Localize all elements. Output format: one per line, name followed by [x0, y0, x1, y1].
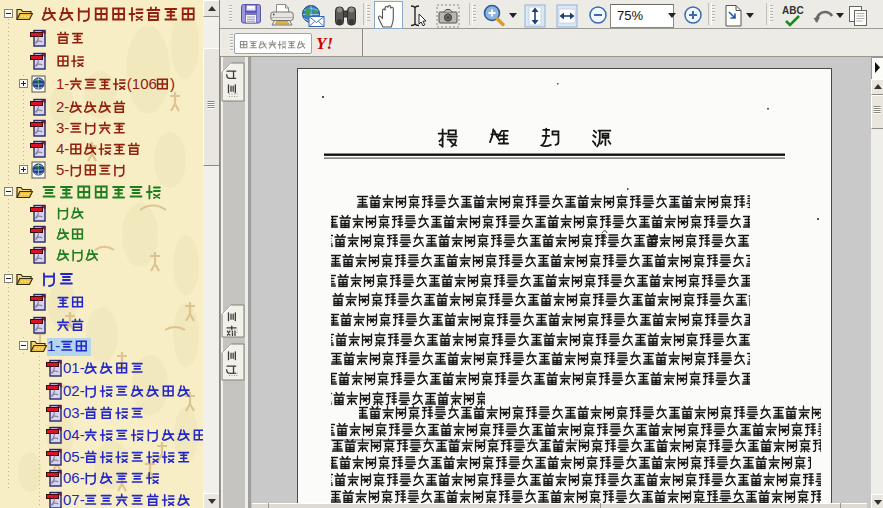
- svg-text:03-: 03-: [63, 405, 85, 421]
- svg-text:07-: 07-: [63, 492, 85, 508]
- svg-text:1-: 1-: [47, 338, 60, 354]
- svg-text:2-: 2-: [56, 99, 69, 115]
- svg-text:01-: 01-: [63, 360, 85, 376]
- svg-text:4-: 4-: [56, 141, 69, 157]
- svg-text:1-: 1-: [56, 76, 69, 92]
- svg-text:): ): [170, 76, 175, 92]
- svg-text:5-: 5-: [56, 162, 69, 178]
- svg-text:02-: 02-: [63, 383, 85, 399]
- svg-text:(106: (106: [127, 76, 157, 92]
- svg-text:04-: 04-: [63, 427, 85, 443]
- svg-text:06-: 06-: [63, 470, 85, 486]
- svg-text:3-: 3-: [56, 120, 69, 136]
- svg-text:ABC: ABC: [782, 5, 804, 16]
- svg-text:05-: 05-: [63, 449, 85, 465]
